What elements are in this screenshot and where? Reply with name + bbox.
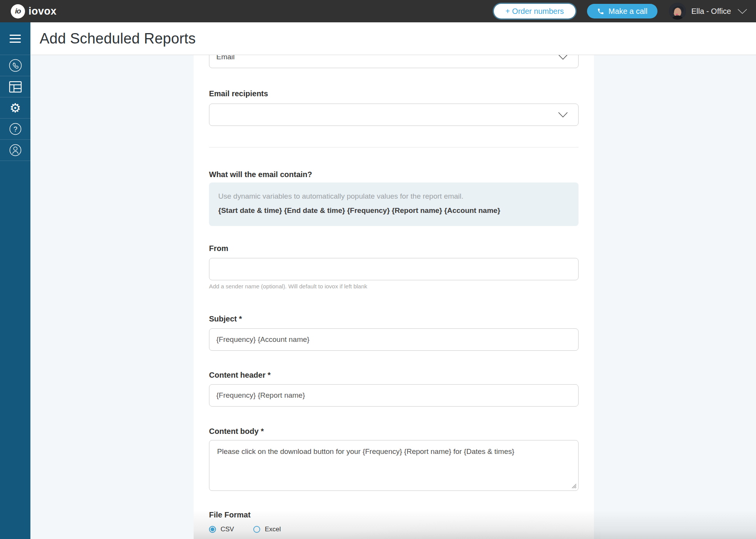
email-recipients-select[interactable] (209, 104, 579, 126)
chevron-down-icon (558, 55, 568, 60)
sidebar-item-profile[interactable] (0, 140, 30, 161)
dashboard-icon (8, 80, 22, 93)
email-recipients-label: Email recipients (209, 89, 579, 98)
order-numbers-label: + Order numbers (505, 7, 564, 16)
radio-label-csv: CSV (221, 526, 234, 533)
content-body-label: Content body * (209, 427, 579, 436)
sidebar-nav: ⚙ ? (0, 22, 30, 539)
sidebar-item-menu[interactable] (0, 22, 30, 55)
make-a-call-label: Make a call (609, 7, 647, 16)
brand-name: iovox (28, 5, 57, 17)
make-a-call-button[interactable]: Make a call (587, 4, 657, 18)
from-label: From (209, 244, 579, 253)
phone-handset-icon (597, 8, 604, 15)
subject-input-wrap (209, 328, 579, 351)
content-body-textarea[interactable] (209, 440, 579, 491)
subject-label: Subject * (209, 315, 579, 323)
radio-option-excel[interactable]: Excel (253, 526, 281, 533)
subject-input[interactable] (216, 335, 571, 344)
radio-button-excel[interactable] (253, 526, 260, 533)
scheduled-report-form: Email Email recipients What will the ema… (194, 55, 594, 539)
user-avatar[interactable] (669, 3, 686, 20)
from-input-wrap (209, 258, 579, 280)
radio-button-csv[interactable] (209, 526, 216, 533)
sidebar-item-calls[interactable] (0, 55, 30, 76)
sidebar-item-settings[interactable]: ⚙ (0, 97, 30, 119)
sidebar-item-help[interactable]: ? (0, 119, 30, 140)
help-icon: ? (8, 122, 22, 136)
file-format-options: CSV Excel (209, 526, 579, 533)
email-contain-heading: What will the email contain? (209, 170, 579, 179)
profile-icon (8, 143, 22, 157)
radio-label-excel: Excel (265, 526, 281, 533)
page-header: Add Scheduled Reports (30, 22, 756, 55)
phone-icon (8, 58, 23, 73)
sidebar-item-dashboard[interactable] (0, 76, 30, 97)
content-header-input[interactable] (216, 391, 571, 400)
iovox-logo[interactable]: io iovox (11, 4, 57, 18)
svg-text:?: ? (13, 126, 17, 133)
user-menu-chevron-down-icon[interactable] (737, 8, 748, 14)
content-body-wrap (209, 440, 579, 491)
delivery-method-value: Email (216, 55, 235, 61)
dynamic-variables-hint: Use dynamic variables to automatically p… (218, 192, 569, 201)
top-bar: io iovox + Order numbers Make a call Ell… (0, 0, 756, 22)
from-input[interactable] (216, 265, 571, 273)
logo-monogram: io (15, 7, 21, 15)
page-title: Add Scheduled Reports (40, 30, 196, 47)
dynamic-variables-list: {Start date & time} {End date & time} {F… (218, 206, 569, 215)
content-header-label: Content header * (209, 371, 579, 380)
file-format-label: File Format (209, 511, 579, 519)
from-helper-text: Add a sender name (optional). Will defau… (209, 283, 579, 290)
chevron-down-icon (558, 112, 568, 118)
iovox-logo-icon: io (11, 4, 25, 18)
resize-handle-icon[interactable] (571, 483, 577, 489)
order-numbers-button[interactable]: + Order numbers (494, 4, 575, 18)
delivery-method-select[interactable]: Email (209, 55, 579, 68)
settings-gear-icon: ⚙ (10, 102, 21, 114)
menu-icon (10, 35, 21, 43)
user-name[interactable]: Ella - Office (691, 7, 731, 16)
radio-option-csv[interactable]: CSV (209, 526, 234, 533)
section-divider (209, 147, 579, 147)
dynamic-variables-info-box: Use dynamic variables to automatically p… (209, 182, 579, 226)
content-header-input-wrap (209, 384, 579, 407)
